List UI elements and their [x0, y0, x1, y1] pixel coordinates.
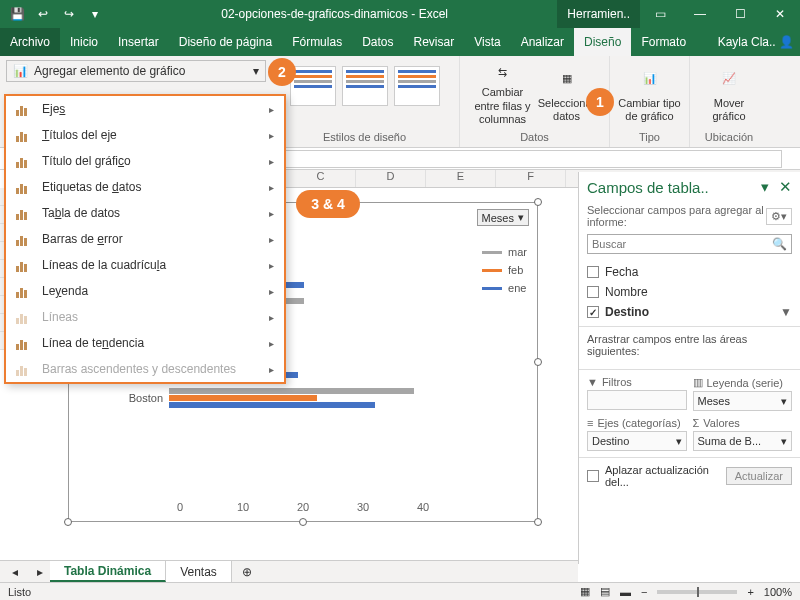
- zoom-level[interactable]: 100%: [764, 586, 792, 598]
- field-fecha[interactable]: Fecha: [587, 262, 792, 282]
- ribbon-options-icon[interactable]: ▭: [640, 0, 680, 28]
- tab-inicio[interactable]: Inicio: [60, 28, 108, 56]
- undo-icon[interactable]: ↩: [32, 3, 54, 25]
- pivot-field-pane: Campos de tabla.. ▾ ✕ Seleccionar campos…: [578, 172, 800, 564]
- zoom-slider[interactable]: [657, 590, 737, 594]
- sheet-tab-tabla[interactable]: Tabla Dinámica: [50, 561, 166, 582]
- tab-revisar[interactable]: Revisar: [404, 28, 465, 56]
- add-chart-element-label: Agregar elemento de gráfico: [34, 64, 185, 78]
- minimize-icon[interactable]: —: [680, 0, 720, 28]
- field-nombre[interactable]: Nombre: [587, 282, 792, 302]
- zoom-in-icon[interactable]: +: [747, 586, 753, 598]
- group-label-ubicacion: Ubicación: [705, 131, 753, 143]
- menu-item-gridlines[interactable]: Líneas de la cuadrícula▸: [6, 252, 284, 278]
- save-icon[interactable]: 💾: [6, 3, 28, 25]
- maximize-icon[interactable]: ☐: [720, 0, 760, 28]
- add-chart-element-button[interactable]: 📊 Agregar elemento de gráfico ▾: [6, 60, 266, 82]
- menu-item-error-bars[interactable]: Barras de error▸: [6, 226, 284, 252]
- tab-analizar[interactable]: Analizar: [511, 28, 574, 56]
- sheet-nav-next[interactable]: ▸: [30, 565, 50, 579]
- update-button[interactable]: Actualizar: [726, 467, 792, 485]
- filter-icon: ▼: [587, 376, 598, 388]
- window-title: 02-opciones-de-graficos-dinamicos - Exce…: [112, 7, 557, 21]
- tab-vista[interactable]: Vista: [464, 28, 510, 56]
- menu-item-legend[interactable]: Leyenda▸: [6, 278, 284, 304]
- drag-instruction: Arrastrar campos entre las áreas siguien…: [579, 326, 800, 363]
- move-chart-icon: 📈: [713, 63, 745, 95]
- tab-insertar[interactable]: Insertar: [108, 28, 169, 56]
- tab-diseno[interactable]: Diseño: [574, 28, 631, 56]
- tab-diseno-pagina[interactable]: Diseño de página: [169, 28, 282, 56]
- chart-legend: mar feb ene: [482, 243, 527, 297]
- chart-category-label: Boston: [69, 392, 169, 404]
- menu-item-updown-bars: Barras ascendentes y descendentes▸: [6, 356, 284, 382]
- chart-element-icon: 📊: [13, 64, 28, 78]
- group-label-tipo: Tipo: [639, 131, 660, 143]
- area-legend-header: ▥Leyenda (serie): [693, 376, 793, 389]
- style-thumbnail[interactable]: [290, 66, 336, 106]
- callout-badge-2: 2: [268, 58, 296, 86]
- filter-indicator-icon: ▼: [780, 305, 792, 319]
- change-chart-type-button[interactable]: 📊 Cambiar tipo de gráfico: [618, 60, 682, 126]
- rows-icon: ≡: [587, 417, 593, 429]
- menu-item-chart-title[interactable]: Título del gráfico▸: [6, 148, 284, 174]
- tab-datos[interactable]: Datos: [352, 28, 403, 56]
- switch-rowcol-icon: ⇆: [487, 60, 519, 84]
- menu-item-axis-titles[interactable]: Títulos del eje▸: [6, 122, 284, 148]
- taskpane-dropdown-icon[interactable]: ▾: [761, 178, 769, 196]
- style-thumbnail[interactable]: [342, 66, 388, 106]
- close-icon[interactable]: ✕: [760, 0, 800, 28]
- zoom-out-icon[interactable]: −: [641, 586, 647, 598]
- callout-badge-3-4: 3 & 4: [296, 190, 360, 218]
- meses-filter-chip[interactable]: Meses▾: [477, 209, 529, 226]
- menu-item-data-table[interactable]: Tabla de datos▸: [6, 200, 284, 226]
- callout-badge-1: 1: [586, 88, 614, 116]
- defer-checkbox[interactable]: [587, 470, 599, 482]
- area-values-slot[interactable]: Suma de B...▾: [693, 431, 793, 451]
- tab-formulas[interactable]: Fórmulas: [282, 28, 352, 56]
- taskpane-close-icon[interactable]: ✕: [779, 178, 792, 196]
- chevron-down-icon: ▾: [253, 64, 259, 78]
- chart-type-icon: 📊: [634, 63, 666, 95]
- sheet-tab-strip: ◂ ▸ Tabla Dinámica Ventas ⊕: [0, 560, 578, 582]
- contextual-tools-tab: Herramien..: [557, 0, 640, 28]
- menu-item-trendline[interactable]: Línea de tendencia▸: [6, 330, 284, 356]
- redo-icon[interactable]: ↪: [58, 3, 80, 25]
- sheet-nav-prev[interactable]: ◂: [0, 565, 30, 579]
- group-label-datos: Datos: [520, 131, 549, 143]
- menu-item-axes[interactable]: Ejes▸: [6, 96, 284, 122]
- status-ready: Listo: [8, 586, 31, 598]
- area-filters-slot[interactable]: [587, 390, 687, 410]
- field-search[interactable]: 🔍: [587, 234, 792, 254]
- select-data-icon: ▦: [551, 63, 583, 95]
- columns-icon: ▥: [693, 376, 703, 389]
- area-axis-slot[interactable]: Destino▾: [587, 431, 687, 451]
- view-normal-icon[interactable]: ▦: [580, 585, 590, 598]
- area-legend-slot[interactable]: Meses▾: [693, 391, 793, 411]
- defer-label: Aplazar actualización del...: [605, 464, 720, 488]
- area-filters-header: ▼Filtros: [587, 376, 687, 388]
- add-chart-element-menu: Ejes▸ Títulos del eje▸ Título del gráfic…: [4, 94, 286, 384]
- switch-row-column-button[interactable]: ⇆ Cambiar entre filas y columnas: [471, 60, 535, 126]
- taskpane-subtitle: Seleccionar campos para agregar al infor…: [587, 204, 766, 228]
- field-search-input[interactable]: [592, 238, 772, 250]
- style-thumbnail[interactable]: [394, 66, 440, 106]
- sigma-icon: Σ: [693, 417, 700, 429]
- view-layout-icon[interactable]: ▤: [600, 585, 610, 598]
- gear-icon[interactable]: ⚙▾: [766, 208, 792, 225]
- tab-archivo[interactable]: Archivo: [0, 28, 60, 56]
- sheet-tab-ventas[interactable]: Ventas: [166, 561, 232, 582]
- move-chart-button[interactable]: 📈 Mover gráfico: [697, 60, 761, 126]
- ribbon-tabs: Archivo Inicio Insertar Diseño de página…: [0, 28, 800, 56]
- menu-item-data-labels[interactable]: Etiquetas de datos▸: [6, 174, 284, 200]
- area-axis-header: ≡Ejes (categorías): [587, 417, 687, 429]
- tab-formato[interactable]: Formato: [631, 28, 696, 56]
- user-menu[interactable]: Kayla Cla.. 👤: [708, 28, 800, 56]
- add-sheet-icon[interactable]: ⊕: [232, 565, 262, 579]
- status-bar: Listo ▦ ▤ ▬ − + 100%: [0, 582, 800, 600]
- qat-dropdown-icon[interactable]: ▾: [84, 3, 106, 25]
- menu-item-lines: Líneas▸: [6, 304, 284, 330]
- taskpane-title: Campos de tabla..: [587, 179, 709, 196]
- field-destino[interactable]: ✓Destino▼: [587, 302, 792, 322]
- view-pagebreak-icon[interactable]: ▬: [620, 586, 631, 598]
